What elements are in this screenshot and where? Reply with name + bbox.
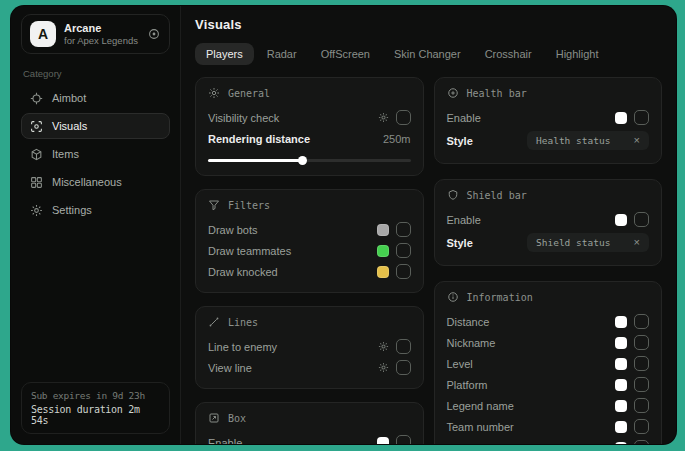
selected-option: Health status xyxy=(536,135,610,146)
sidebar-item-settings[interactable]: Settings xyxy=(21,197,170,223)
color-swatch[interactable] xyxy=(615,442,627,445)
card-title: Health bar xyxy=(467,88,527,99)
clear-icon[interactable]: × xyxy=(634,135,640,146)
tab-skin-changer[interactable]: Skin Changer xyxy=(383,43,472,65)
setting-label: Rendering distance xyxy=(208,133,310,145)
legend-name-checkbox[interactable] xyxy=(634,398,649,413)
row-gear-icon[interactable] xyxy=(378,362,389,373)
sub-expires-text: Sub expires in 9d 23h xyxy=(31,390,160,401)
draw-bots-checkbox[interactable] xyxy=(396,222,411,237)
card-header: Health bar xyxy=(447,87,650,99)
health-style-select[interactable]: Health status × xyxy=(527,131,649,150)
box-card: Box Enable Enable background xyxy=(195,402,424,444)
color-swatch[interactable] xyxy=(377,245,389,257)
tab-highlight[interactable]: Highlight xyxy=(545,43,610,65)
app-logo: A xyxy=(30,21,56,47)
color-swatch[interactable] xyxy=(377,437,389,445)
color-swatch[interactable] xyxy=(615,379,627,391)
sidebar-item-miscellaneous[interactable]: Miscellaneous xyxy=(21,169,170,195)
target-icon[interactable] xyxy=(147,27,161,41)
clear-icon[interactable]: × xyxy=(634,237,640,248)
setting-label: Visibility check xyxy=(208,112,279,124)
setting-label: View line xyxy=(208,362,252,374)
setting-row-distance: Distance xyxy=(447,311,650,332)
box-enable-checkbox[interactable] xyxy=(396,435,411,444)
team-number-checkbox[interactable] xyxy=(634,419,649,434)
view-line-checkbox[interactable] xyxy=(396,360,411,375)
color-swatch[interactable] xyxy=(615,358,627,370)
color-swatch[interactable] xyxy=(615,421,627,433)
setting-label: Style xyxy=(447,135,473,147)
slider-thumb[interactable] xyxy=(298,156,307,165)
card-title: General xyxy=(228,88,270,99)
card-header: Box xyxy=(208,412,411,424)
level-checkbox[interactable] xyxy=(634,356,649,371)
health-icon xyxy=(447,87,459,99)
scan-icon xyxy=(30,120,43,133)
health-enable-checkbox[interactable] xyxy=(634,110,649,125)
page-title: Visuals xyxy=(195,17,662,32)
weapon-in-hands-checkbox[interactable] xyxy=(634,440,649,444)
card-header: Filters xyxy=(208,199,411,211)
setting-row-legend-name: Legend name xyxy=(447,395,650,416)
row-gear-icon[interactable] xyxy=(378,341,389,352)
card-header: General xyxy=(208,87,411,99)
subscription-info: Sub expires in 9d 23h Session duration 2… xyxy=(21,382,170,434)
color-swatch[interactable] xyxy=(615,400,627,412)
setting-row-rendering-distance: Rendering distance 250m xyxy=(208,128,411,149)
logo-text: Arcane for Apex Legends xyxy=(64,22,138,46)
selected-option: Shield status xyxy=(536,237,610,248)
color-swatch[interactable] xyxy=(377,224,389,236)
line-icon xyxy=(208,316,220,328)
setting-label: Draw teammates xyxy=(208,245,291,257)
sidebar-item-items[interactable]: Items xyxy=(21,141,170,167)
color-swatch[interactable] xyxy=(615,337,627,349)
distance-checkbox[interactable] xyxy=(634,314,649,329)
sidebar-item-label: Settings xyxy=(52,204,92,216)
sidebar-item-label: Miscellaneous xyxy=(52,176,122,188)
slider-value: 250m xyxy=(383,133,411,145)
color-swatch[interactable] xyxy=(615,214,627,226)
row-gear-icon[interactable] xyxy=(378,112,389,123)
visibility-check-checkbox[interactable] xyxy=(396,110,411,125)
card-title: Information xyxy=(467,292,533,303)
card-title: Lines xyxy=(228,317,258,328)
main-panel: Visuals Players Radar OffScreen Skin Cha… xyxy=(181,6,676,444)
gear-icon xyxy=(30,204,43,217)
sidebar-item-label: Aimbot xyxy=(52,92,86,104)
app-subtitle: for Apex Legends xyxy=(64,35,138,46)
setting-label: Nickname xyxy=(447,337,496,349)
shield-enable-checkbox[interactable] xyxy=(634,212,649,227)
setting-label: Platform xyxy=(447,379,488,391)
tab-bar: Players Radar OffScreen Skin Changer Cro… xyxy=(195,43,662,65)
card-header: Lines xyxy=(208,316,411,328)
rendering-distance-slider[interactable] xyxy=(208,155,411,165)
setting-row-shield-enable: Enable xyxy=(447,209,650,230)
tab-crosshair[interactable]: Crosshair xyxy=(474,43,543,65)
draw-teammates-checkbox[interactable] xyxy=(396,243,411,258)
sidebar-item-visuals[interactable]: Visuals xyxy=(21,113,170,139)
color-swatch[interactable] xyxy=(377,266,389,278)
nickname-checkbox[interactable] xyxy=(634,335,649,350)
tab-players[interactable]: Players xyxy=(195,43,254,65)
sidebar-item-label: Items xyxy=(52,148,79,160)
setting-row-nickname: Nickname xyxy=(447,332,650,353)
platform-checkbox[interactable] xyxy=(634,377,649,392)
tab-radar[interactable]: Radar xyxy=(256,43,308,65)
setting-row-visibility-check: Visibility check xyxy=(208,107,411,128)
tab-offscreen[interactable]: OffScreen xyxy=(310,43,381,65)
color-swatch[interactable] xyxy=(615,112,627,124)
shield-bar-card: Shield bar Enable Style Shield status xyxy=(434,179,663,266)
sidebar-item-aimbot[interactable]: Aimbot xyxy=(21,85,170,111)
line-to-enemy-checkbox[interactable] xyxy=(396,339,411,354)
card-title: Box xyxy=(228,413,246,424)
draw-knocked-checkbox[interactable] xyxy=(396,264,411,279)
setting-row-platform: Platform xyxy=(447,374,650,395)
setting-label: Team number xyxy=(447,421,514,433)
setting-row-line-to-enemy: Line to enemy xyxy=(208,336,411,357)
setting-row-level: Level xyxy=(447,353,650,374)
setting-label: Distance xyxy=(447,316,490,328)
color-swatch[interactable] xyxy=(615,316,627,328)
shield-style-select[interactable]: Shield status × xyxy=(527,233,649,252)
general-card: General Visibility check xyxy=(195,77,424,176)
